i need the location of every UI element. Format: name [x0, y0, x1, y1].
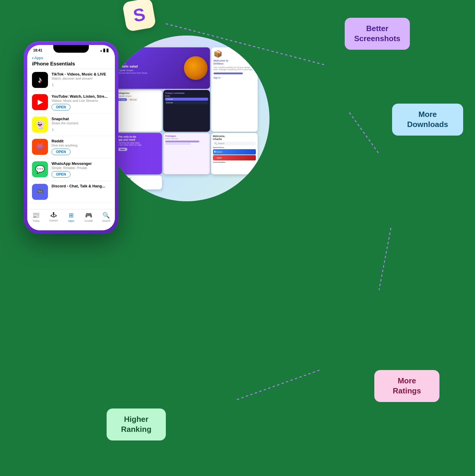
recipe-card: Today's schedule Buddy 7:00 AM 8:00 AM: [163, 90, 210, 131]
tab-today[interactable]: 📰 Today: [27, 212, 45, 222]
tab-arcade-icon: 🎮: [85, 212, 92, 219]
tab-apps-icon: ⊞: [69, 212, 74, 219]
snapchat-s-icon: S: [122, 0, 156, 32]
app-desc-snapchat: Share the moment: [52, 121, 110, 125]
tab-games-label: Games: [49, 219, 58, 222]
youtube-icon: ▶: [32, 94, 48, 110]
tab-games[interactable]: 🕹 Games: [45, 212, 62, 222]
tiktok-download-icon[interactable]: ↓: [52, 82, 54, 87]
tab-today-label: Today: [33, 219, 40, 222]
app-name-tiktok: TikTok - Videos, Music & LIVE: [52, 72, 110, 76]
snapchat-download-icon[interactable]: ↓: [52, 126, 54, 131]
prototype-card: Prototypes Recent Uploads: [163, 133, 210, 174]
categories-card: Categories Popular recipes ✈ Travel 🍕 Fo…: [115, 90, 162, 131]
svg-line-2: [379, 228, 391, 290]
tab-search-icon: 🔍: [102, 212, 110, 219]
discord-icon: 🎮: [32, 184, 48, 200]
reddit-open-button[interactable]: OPEN: [52, 149, 70, 155]
app-name-reddit: Reddit: [52, 139, 110, 143]
tab-search-label: Search: [102, 219, 110, 222]
more-downloads-bubble: More Downloads: [392, 104, 463, 136]
tab-apps-label: Apps: [68, 219, 74, 222]
app-item-whatsapp[interactable]: 💬 WhatsApp Messenger Simple. Reliable. P…: [27, 158, 115, 181]
app-item-reddit[interactable]: 👾 Reddit Dive into anything OPEN: [27, 136, 115, 158]
phone-notch: [53, 45, 89, 53]
more-ratings-bubble: More Ratings: [374, 370, 439, 402]
iphone-mockup: 18:41 ▲ ▊ ▊ Apps iPhone Essentials ♪: [24, 41, 118, 234]
app-desc-reddit: Dive into anything: [52, 144, 110, 147]
food-image: [184, 56, 208, 80]
better-screenshots-bubble: Better Screenshots: [345, 18, 410, 50]
dirbbox-card: 📦 Welcome toDirbbox Your creative portfo…: [211, 47, 258, 132]
tab-search[interactable]: 🔍 Search: [97, 212, 115, 222]
tab-games-icon: 🕹: [51, 212, 57, 218]
svg-line-1: [349, 112, 379, 154]
app-name-discord: Discord - Chat, Talk & Hang...: [52, 184, 110, 188]
nav-title: iPhone Essentials: [32, 61, 110, 67]
app-desc-tiktok: Watch, discover and stream!: [52, 77, 110, 80]
tab-today-icon: 📰: [32, 212, 40, 219]
app-item-snapchat[interactable]: 👻 Snapchat Share the moment ↓: [27, 114, 115, 136]
youtube-open-button[interactable]: OPEN: [52, 104, 70, 110]
tab-bar: 📰 Today 🕹 Games ⊞ Apps 🎮 Arcade 🔍: [27, 209, 115, 230]
reddit-icon: 👾: [32, 139, 48, 155]
higher-ranking-bubble: Higher Ranking: [107, 409, 166, 440]
todo-card: The only to-doapp you need Planning the …: [115, 133, 162, 174]
whatsapp-icon: 💬: [32, 161, 48, 177]
nav-header: Apps iPhone Essentials: [27, 54, 115, 69]
tab-arcade[interactable]: 🎮 Arcade: [80, 212, 97, 222]
app-item-youtube[interactable]: ▶ YouTube: Watch, Listen, Stre... Videos…: [27, 91, 115, 114]
snapchat-icon-app: 👻: [32, 117, 48, 133]
app-item-discord[interactable]: 🎮 Discord - Chat, Talk & Hang...: [27, 181, 115, 203]
app-name-whatsapp: WhatsApp Messenger: [52, 161, 110, 166]
whatsapp-open-button[interactable]: OPEN: [52, 171, 70, 178]
screenshot-collage: colorful farfalle salad Popular recipes …: [104, 36, 269, 201]
tab-arcade-label: Arcade: [84, 219, 93, 222]
app-desc-whatsapp: Simple. Reliable. Private.: [52, 166, 110, 170]
nav-back-button[interactable]: Apps: [32, 55, 110, 60]
svg-line-3: [237, 370, 320, 400]
app-name-youtube: YouTube: Watch, Listen, Stre...: [52, 94, 110, 99]
food-app-card: colorful farfalle salad Popular recipes …: [115, 47, 210, 89]
tiktok-icon: ♪: [32, 72, 48, 88]
app-desc-youtube: Videos, Music and Live Streams: [52, 99, 110, 102]
status-icons: ▲ ▊ ▊: [100, 49, 109, 52]
status-time: 18:41: [33, 48, 42, 52]
activity-card: 📱 Instagram 𝕏 🐦 Create an account: [115, 176, 162, 189]
app-item-tiktok[interactable]: ♪ TikTok - Videos, Music & LIVE Watch, d…: [27, 69, 115, 91]
app-list: ♪ TikTok - Videos, Music & LIVE Watch, d…: [27, 69, 115, 203]
tab-apps[interactable]: ⊞ Apps: [62, 212, 80, 222]
app-name-snapchat: Snapchat: [52, 117, 110, 121]
charlie-card: Welcome,Charlie 🔍 Search Saved Places 🏛 …: [211, 133, 258, 174]
